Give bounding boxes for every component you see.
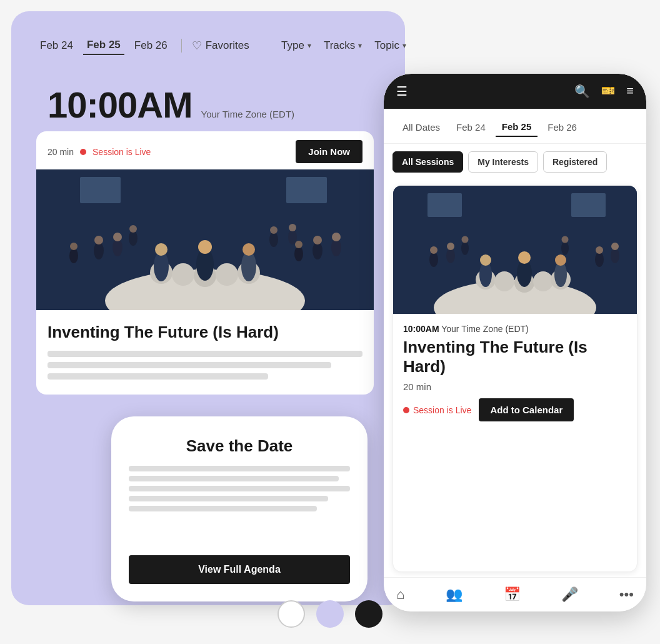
svg-point-10 (155, 243, 168, 256)
save-date-inner: Save the Date View Full Agenda (111, 416, 368, 601)
svg-point-50 (446, 248, 455, 263)
view-agenda-button[interactable]: View Full Agenda (129, 555, 350, 584)
svg-point-49 (430, 246, 438, 254)
phone-time-row: 10:00AM Your Time Zone (EDT) (403, 324, 627, 334)
search-icon[interactable]: 🔍 (574, 84, 590, 99)
topbar-right-icons: 🔍 🎫 ≡ (574, 84, 634, 99)
date-feb25[interactable]: Feb 25 (83, 36, 124, 55)
save-date-title: Save the Date (129, 436, 350, 456)
type-chevron-icon: ▾ (308, 41, 311, 50)
topic-filter[interactable]: Topic ▾ (374, 39, 406, 52)
phone-tab-feb26[interactable]: Feb 26 (541, 118, 583, 136)
type-label: Type (281, 39, 304, 52)
placeholder-lines (48, 351, 362, 380)
svg-point-18 (113, 233, 122, 241)
svg-rect-2 (286, 177, 327, 203)
dots-indicator (278, 600, 382, 628)
svg-point-24 (332, 233, 341, 241)
placeholder-line-1 (48, 351, 362, 357)
svg-point-23 (331, 239, 341, 256)
dot-white[interactable] (278, 600, 305, 628)
phone-filter-tabs: All Sessions My Interests Registered (384, 144, 646, 180)
add-to-calendar-button[interactable]: Add to Calendar (479, 398, 574, 421)
menu-icon[interactable]: ☰ (396, 84, 408, 99)
phone-session-content: 10:00AM Your Time Zone (EDT) Inventing T… (393, 314, 637, 434)
svg-rect-35 (571, 193, 606, 217)
session-time: 10:00AM (48, 84, 192, 126)
home-nav-icon[interactable]: ⌂ (396, 586, 404, 603)
svg-rect-1 (80, 177, 121, 203)
svg-point-17 (112, 239, 122, 256)
svg-point-27 (129, 231, 138, 246)
favorites-label: Favorites (206, 39, 249, 52)
session-title-area: Inventing The Future (Is Hard) (36, 310, 374, 395)
topic-label: Topic (374, 39, 399, 52)
phone-live-text: Session is Live (413, 405, 471, 415)
placeholder-line-3 (48, 373, 268, 380)
date-feb26[interactable]: Feb 26 (131, 37, 171, 54)
svg-point-14 (242, 243, 255, 256)
scene: Feb 24 Feb 25 Feb 26 ♡ Favorites Type ▾ … (0, 0, 660, 644)
svg-point-21 (312, 242, 322, 259)
card-meta-row: 20 min Session is Live Join Now (36, 131, 374, 169)
save-line-3 (129, 486, 350, 491)
phone-bottom-nav: ⌂ 👥 📅 🎤 ••• (384, 577, 646, 611)
dot-purple[interactable] (316, 600, 344, 628)
time-heading: 10:00AM Your Time Zone (EDT) (48, 84, 294, 126)
phone-tab-feb25[interactable]: Feb 25 (496, 118, 538, 137)
session-image-desktop (36, 169, 374, 310)
tracks-filter[interactable]: Tracks ▾ (324, 39, 362, 52)
save-line-1 (129, 466, 350, 471)
svg-point-38 (494, 271, 514, 291)
svg-point-43 (480, 254, 491, 266)
svg-point-12 (198, 240, 212, 254)
join-now-button[interactable]: Join Now (296, 140, 362, 163)
phone-date-tabs: All Dates Feb 24 Feb 25 Feb 26 (384, 109, 646, 144)
svg-point-9 (154, 251, 169, 281)
nav-divider (181, 39, 182, 53)
phone-session-time: 10:00AM (403, 324, 439, 334)
svg-point-29 (269, 232, 278, 247)
my-interests-tab[interactable]: My Interests (468, 151, 538, 173)
save-line-4 (129, 496, 328, 501)
all-sessions-tab[interactable]: All Sessions (392, 151, 463, 173)
registered-tab[interactable]: Registered (543, 151, 607, 173)
live-dot-icon (80, 149, 86, 155)
topic-chevron-icon: ▾ (402, 41, 406, 50)
filter-icon[interactable]: ≡ (626, 84, 634, 99)
svg-point-40 (533, 271, 553, 291)
phone-timezone-label: Your Time Zone (EDT) (441, 324, 529, 334)
svg-point-52 (595, 252, 604, 267)
svg-point-48 (429, 252, 438, 267)
svg-point-25 (294, 246, 303, 261)
favorites-button[interactable]: ♡ Favorites (192, 39, 249, 53)
save-line-2 (129, 476, 339, 481)
people-nav-icon[interactable]: 👥 (446, 586, 462, 603)
svg-point-15 (94, 242, 104, 259)
session-title-desktop: Inventing The Future (Is Hard) (48, 323, 362, 342)
desktop-nav: Feb 24 Feb 25 Feb 26 ♡ Favorites Type ▾ … (36, 36, 406, 55)
svg-point-54 (611, 248, 619, 263)
phone-tab-feb24[interactable]: Feb 24 (450, 118, 492, 136)
save-date-lines (129, 466, 350, 511)
ticket-icon[interactable]: 🎫 (601, 84, 615, 99)
placeholder-line-2 (48, 362, 331, 368)
phone-tab-all-dates[interactable]: All Dates (396, 118, 446, 136)
phone-right: ☰ 🔍 🎫 ≡ All Dates Feb 24 Feb 25 Feb 26 A… (384, 74, 646, 611)
svg-point-53 (596, 246, 603, 254)
desktop-filters: Type ▾ Tracks ▾ Topic ▾ (281, 39, 406, 52)
date-feb24[interactable]: Feb 24 (36, 37, 77, 54)
mic-nav-icon[interactable]: 🎤 (561, 586, 578, 603)
calendar-nav-icon[interactable]: 📅 (504, 586, 521, 603)
type-filter[interactable]: Type ▾ (281, 39, 311, 52)
save-line-5 (129, 506, 317, 511)
svg-point-30 (270, 226, 278, 234)
svg-point-31 (288, 229, 297, 244)
dot-black[interactable] (355, 600, 382, 628)
svg-rect-34 (428, 193, 462, 217)
svg-point-5 (172, 263, 194, 286)
phone-session-image (393, 186, 637, 314)
more-nav-icon[interactable]: ••• (619, 586, 634, 603)
svg-point-22 (313, 236, 322, 244)
phone-live-indicator: Session is Live (403, 405, 471, 415)
